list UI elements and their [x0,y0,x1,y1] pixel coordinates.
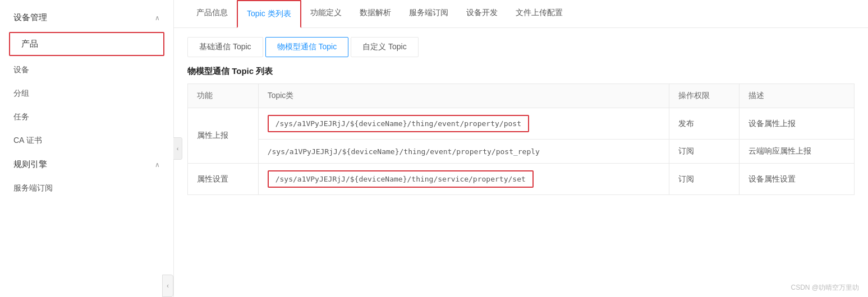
table-row: /sys/a1VPyJEJRjJ/${deviceName}/thing/eve… [188,140,855,164]
sidebar-collapse-toggle[interactable]: ‹ [162,275,173,297]
operation-cell-subscribe-1: 订阅 [669,140,740,164]
table-container: 功能 Topic类 操作权限 描述 属性上报 /sys/a1VPyJEJRjJ/… [174,83,868,297]
sidebar-right-collapse-button[interactable]: ‹ [173,137,182,160]
tab-file-upload[interactable]: 文件上传配置 [507,0,572,28]
tab-function-def[interactable]: 功能定义 [301,0,351,28]
sidebar-item-device[interactable]: 设备 [0,58,173,82]
subtab-thing-model-topic[interactable]: 物模型通信 Topic [265,37,349,57]
sidebar-item-task[interactable]: 任务 [0,105,173,129]
chevron-up-icon-2: ∧ [155,161,160,169]
desc-cell-property-set: 设备属性设置 [740,164,855,195]
tab-data-analysis[interactable]: 数据解析 [351,0,400,28]
topic-cell-property-set: /sys/a1VPyJEJRjJ/${deviceName}/thing/ser… [258,164,669,195]
sidebar-item-server-subscribe[interactable]: 服务端订阅 [0,177,173,200]
col-operation: 操作权限 [669,84,740,108]
sidebar-item-group[interactable]: 分组 [0,82,173,105]
sidebar-section-label-rule: 规则引擎 [13,159,47,170]
desc-cell-property-report: 设备属性上报 [740,108,855,140]
chevron-left-icon: ‹ [167,282,169,290]
subtab-basic-topic[interactable]: 基础通信 Topic [187,37,263,57]
topic-cell-property-post: /sys/a1VPyJEJRjJ/${deviceName}/thing/eve… [258,108,669,140]
topic-cell-property-post-reply: /sys/a1VPyJEJRjJ/${deviceName}/thing/eve… [258,140,669,164]
table-header-row: 功能 Topic类 操作权限 描述 [188,84,855,108]
sidebar-item-product[interactable]: 产品 [9,32,164,56]
col-topic: Topic类 [258,84,669,108]
sub-tabs: 基础通信 Topic 物模型通信 Topic 自定义 Topic [174,28,868,57]
tab-product-info[interactable]: 产品信息 [187,0,237,28]
sidebar: 设备管理 ∧ 产品 设备 分组 任务 CA 证书 规则引擎 ∧ 服务端订阅 ‹ [0,0,174,297]
sidebar-section-rule-engine[interactable]: 规则引擎 ∧ [0,152,173,177]
table-row: 属性上报 /sys/a1VPyJEJRjJ/${deviceName}/thin… [188,108,855,140]
operation-cell-subscribe-2: 订阅 [669,164,740,195]
chevron-left-icon-sidebar: ‹ [177,145,179,152]
feature-cell-property-report: 属性上报 [188,108,259,164]
sidebar-section-device-management[interactable]: 设备管理 ∧ [0,6,173,30]
sidebar-section-label: 设备管理 [13,12,47,23]
section-title: 物模型通信 Topic 列表 [174,57,868,83]
feature-cell-property-set: 属性设置 [188,164,259,195]
topic-value-property-set: /sys/a1VPyJEJRjJ/${deviceName}/thing/ser… [268,170,534,188]
table-row: 属性设置 /sys/a1VPyJEJRjJ/${deviceName}/thin… [188,164,855,195]
main-content: 产品信息 Topic 类列表 功能定义 数据解析 服务端订阅 设备开发 文件上传… [174,0,868,297]
desc-cell-property-post-reply: 云端响应属性上报 [740,140,855,164]
subtab-custom-topic[interactable]: 自定义 Topic [351,37,419,57]
topic-table: 功能 Topic类 操作权限 描述 属性上报 /sys/a1VPyJEJRjJ/… [187,83,855,195]
chevron-up-icon: ∧ [155,14,160,22]
topic-value-property-post: /sys/a1VPyJEJRjJ/${deviceName}/thing/eve… [268,115,529,132]
watermark: CSDN @叻晴空万里叻 [791,283,859,293]
operation-cell-publish: 发布 [669,108,740,140]
top-tabs: 产品信息 Topic 类列表 功能定义 数据解析 服务端订阅 设备开发 文件上传… [174,0,868,28]
tab-topic-list[interactable]: Topic 类列表 [237,0,301,28]
col-description: 描述 [740,84,855,108]
sidebar-item-ca-cert[interactable]: CA 证书 [0,129,173,152]
tab-device-dev[interactable]: 设备开发 [457,0,507,28]
col-feature: 功能 [188,84,259,108]
tab-server-subscribe[interactable]: 服务端订阅 [400,0,457,28]
